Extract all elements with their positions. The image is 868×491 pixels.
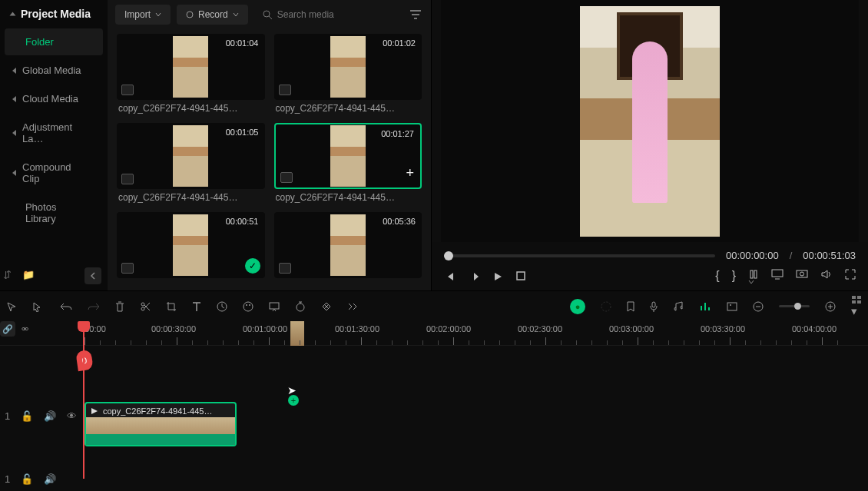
clip-duration: 00:05:36 <box>383 217 416 226</box>
clock-icon <box>217 301 227 312</box>
timeline-clip-label: copy_C26F2F74-4941-445… <box>91 406 212 416</box>
timeline-ruler[interactable]: 00:0000:00:30:0000:01:00:0000:01:30:0000… <box>0 321 868 346</box>
auto-button[interactable] <box>295 301 306 312</box>
mute-track-button[interactable]: 🔊 <box>44 473 56 485</box>
media-clip[interactable]: 00:00:51 ✓ <box>117 212 265 278</box>
svg-line-2 <box>269 16 272 19</box>
audio-button[interactable] <box>673 301 684 312</box>
video-viewer[interactable] <box>441 0 859 242</box>
more-tools-button[interactable] <box>347 303 358 310</box>
redo-button[interactable] <box>88 302 100 311</box>
select-tool[interactable] <box>32 301 45 312</box>
hide-track-button[interactable]: 👁 <box>67 410 77 422</box>
color-button[interactable] <box>243 301 253 312</box>
new-folder-icon[interactable]: 📁 <box>22 269 35 280</box>
preview-panel: 00:00:00:00 / 00:00:51:03 { } <box>432 0 868 290</box>
chevron-double-right-icon <box>347 303 358 310</box>
mask-button[interactable] <box>269 302 280 311</box>
clip-name: copy_C26F2F74-4941-445… <box>117 189 265 203</box>
import-button[interactable]: Import <box>115 5 171 25</box>
search-input[interactable] <box>277 9 393 20</box>
zoom-out-button[interactable] <box>753 301 764 312</box>
svg-point-12 <box>800 272 804 276</box>
scrubber-handle[interactable] <box>444 251 453 260</box>
undo-button[interactable] <box>60 302 72 311</box>
current-timecode: 00:00:00:00 <box>726 250 779 261</box>
sidebar-item-label: Cloud Media <box>22 93 78 105</box>
text-button[interactable] <box>192 301 201 312</box>
zoom-in-button[interactable] <box>825 301 836 312</box>
volume-button[interactable] <box>820 269 833 284</box>
snapshot-button[interactable] <box>796 269 808 284</box>
used-check-icon: ✓ <box>245 258 260 274</box>
tc-separator: / <box>790 250 793 261</box>
delete-button[interactable] <box>115 301 124 312</box>
view-mode-button[interactable]: ▾ <box>851 295 862 318</box>
stop-button[interactable] <box>516 271 525 282</box>
clip-duration: 00:01:02 <box>383 38 416 48</box>
display-button[interactable] <box>771 269 784 284</box>
zoom-slider[interactable] <box>779 305 810 307</box>
playhead[interactable] <box>83 321 84 479</box>
track-number: 1 <box>5 473 10 485</box>
split-button[interactable] <box>140 301 151 312</box>
sidebar-header[interactable]: Project Media <box>0 0 108 28</box>
play-forward-button[interactable] <box>493 271 502 282</box>
mark-in-button[interactable]: { <box>715 269 719 284</box>
ai-badge[interactable]: ● <box>570 299 585 314</box>
add-to-timeline-button[interactable]: + <box>406 165 414 181</box>
media-clip[interactable]: 00:01:04 copy_C26F2F74-4941-445… <box>117 34 265 114</box>
effects-button[interactable] <box>699 301 711 312</box>
sidebar-item-label: Folder <box>25 36 54 48</box>
svg-point-14 <box>141 307 144 310</box>
marker-button[interactable] <box>627 301 634 312</box>
trim-mode-button[interactable] <box>748 269 759 284</box>
lock-track-button[interactable]: 🔓 <box>21 473 33 485</box>
sidebar-item-label: Adjustment La… <box>22 121 89 144</box>
mute-track-button[interactable]: 🔊 <box>44 410 56 422</box>
mark-out-button[interactable]: } <box>732 269 736 284</box>
sidebar-item-global[interactable]: Global Media <box>5 57 103 84</box>
voiceover-button[interactable] <box>650 301 658 312</box>
sidebar-item-folder[interactable]: Folder <box>5 28 103 55</box>
crop-button[interactable] <box>166 301 177 312</box>
step-back-icon <box>444 271 455 282</box>
keyframe-button[interactable] <box>321 301 332 312</box>
lock-track-button[interactable]: 🔓 <box>21 410 33 422</box>
timeline-clip[interactable]: copy_C26F2F74-4941-445… <box>84 402 237 446</box>
sidebar-item-compound[interactable]: Compound Clip <box>5 154 103 192</box>
svg-point-16 <box>244 302 253 311</box>
collapse-sidebar-button[interactable] <box>84 267 101 284</box>
pointer-tool[interactable] <box>6 301 17 312</box>
svg-rect-30 <box>852 296 856 299</box>
zoom-handle[interactable] <box>794 303 801 310</box>
media-clip[interactable]: 00:05:36 <box>274 212 422 278</box>
sidebar-item-cloud[interactable]: Cloud Media <box>5 85 103 112</box>
fullscreen-button[interactable] <box>845 269 856 284</box>
speed-button[interactable] <box>217 301 227 312</box>
scrubber-track[interactable] <box>444 254 715 257</box>
play-small-icon <box>91 407 100 415</box>
zoom-out-icon <box>753 301 764 312</box>
ruler-tick: 00:02:30:00 <box>518 324 562 333</box>
playhead-badge[interactable]: 0 <box>75 350 93 372</box>
sidebar-item-adjustment[interactable]: Adjustment La… <box>5 114 103 152</box>
presentation-icon <box>269 302 280 311</box>
filter-button[interactable] <box>406 6 425 23</box>
media-clip[interactable]: 00:01:02 copy_C26F2F74-4941-445… <box>274 34 422 114</box>
media-clip-selected[interactable]: 00:01:27 + copy_C26F2F74-4941-445… <box>274 123 422 203</box>
svg-point-1 <box>263 11 270 17</box>
search-wrap[interactable] <box>254 6 400 23</box>
export-frame-button[interactable] <box>727 302 737 311</box>
sort-icon[interactable]: ⇵ <box>3 269 12 280</box>
speaker-icon <box>820 269 833 280</box>
play-button[interactable] <box>469 271 479 282</box>
timeline[interactable]: 🔗 ⚮ 00:0000:00:30:0000:01:00:0000:01:30:… <box>0 321 868 489</box>
record-button[interactable]: Record <box>177 5 248 25</box>
svg-point-20 <box>297 304 304 311</box>
media-clip[interactable]: 00:01:05 copy_C26F2F74-4941-445… <box>117 123 265 203</box>
prev-frame-button[interactable] <box>444 271 455 282</box>
sidebar-item-photos[interactable]: Photos Library <box>5 194 103 232</box>
auto-speed-button[interactable] <box>601 301 611 312</box>
sidebar-item-label: Photos Library <box>25 201 89 224</box>
